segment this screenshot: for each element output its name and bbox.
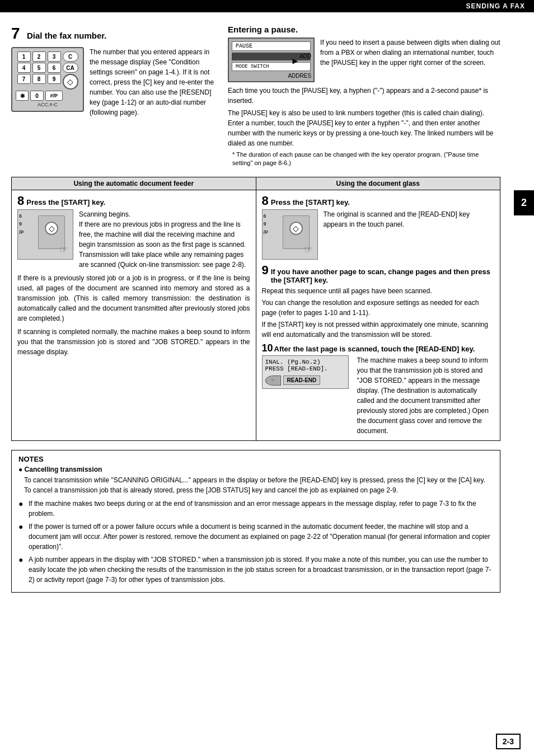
entering-pause-footnote: * The duration of each pause can be chan… <box>228 151 500 168</box>
step9-text1: Repeat this sequence until all pages hav… <box>262 286 495 296</box>
step7-text: The number that you entered appears in t… <box>90 47 217 118</box>
step10-number: 10 <box>262 343 273 353</box>
notes-cancelling-text: To cancel transmission while "SCANNING O… <box>18 475 493 495</box>
step9-text3: If the [START] key is not pressed within… <box>262 320 495 340</box>
mode-switch-label: MODE SWITCH <box>232 62 311 71</box>
notes-section: NOTES ● Cancelling transmission To cance… <box>11 450 500 593</box>
keypad-label: ACC.#-C <box>16 102 79 107</box>
side-tab-number: 2 <box>514 190 534 215</box>
address-label: ADDRES <box>288 73 311 79</box>
step8-left-title: Press the [START] key. <box>26 198 105 206</box>
key-7: 7 <box>17 74 31 84</box>
key-3: 3 <box>48 51 61 62</box>
notes-note3: If the power is turned off or a power fa… <box>29 522 493 552</box>
step8-left-number: 8 <box>17 195 24 207</box>
key-5: 5 <box>32 63 46 73</box>
key-6: 6 <box>48 63 61 73</box>
entering-pause-title: Entering a pause. <box>228 25 500 34</box>
readend-button: READ-END <box>283 375 321 385</box>
key-0: 0 <box>30 91 43 101</box>
pause-display-label: PAUSE <box>232 41 311 51</box>
step8-left-text3: If scanning is completed normally, the m… <box>17 327 250 357</box>
notes-cancelling-title: ● Cancelling transmission <box>18 466 493 473</box>
key-8: 8 <box>32 74 46 84</box>
step9-number: 9 <box>262 264 269 276</box>
page-header: SENDING A FAX <box>0 0 534 12</box>
step8-right-number: 8 <box>262 195 269 207</box>
header-title: SENDING A FAX <box>466 2 525 10</box>
notes-note4: A job number appears in the display with… <box>29 555 493 585</box>
step8-left-scanning: Scanning begins. <box>79 210 130 218</box>
key-2: 2 <box>32 51 46 62</box>
step9-text2: You can change the resolution and exposu… <box>262 298 495 318</box>
entering-pause-para2: The [PAUSE] key is also be used to link … <box>228 108 500 148</box>
pause-dark-bar <box>232 53 311 60</box>
key-4: 4 <box>17 63 31 73</box>
key-diamond: ◇ <box>63 74 78 90</box>
section-right-header: Using the document glass <box>256 177 500 190</box>
key-1: 1 <box>17 51 31 62</box>
step8-right-text: The original is scanned and the [READ-EN… <box>324 209 495 229</box>
key-c: C <box>63 51 78 62</box>
bullet-icon-1: ● <box>18 499 25 519</box>
step8-left-text: If there are no previous jobs in progres… <box>79 220 246 269</box>
add-label: ADD <box>299 53 311 59</box>
step7-title: Dial the fax number. <box>27 31 107 40</box>
bullet-icon-2: ● <box>18 522 25 552</box>
readend-line2: PRESS [READ-END]. <box>265 365 345 372</box>
step8-right-title: Press the [START] key. <box>271 198 350 206</box>
step10-title: After the last page is scanned, touch th… <box>274 345 475 353</box>
notes-note2: If the machine makes two beeps during or… <box>29 499 493 519</box>
step10-text: The machine makes a beep sound to inform… <box>357 355 495 436</box>
finger-icon: ☞ <box>265 375 281 386</box>
readend-line1: INAL. (Pg.No.2) <box>265 359 345 365</box>
key-star: ✱ <box>16 91 29 101</box>
entering-pause-para1: Each time you touch the [PAUSE] key, a h… <box>228 86 500 106</box>
bullet-icon-3: ● <box>18 555 25 585</box>
section-left-header: Using the automatic document feeder <box>12 177 256 190</box>
entering-pause-right-text: If you need to insert a pause between di… <box>320 37 500 82</box>
step9-title: If you have another page to scan, change… <box>271 267 494 284</box>
page-number: 2-3 <box>496 734 521 749</box>
pause-arrow-icon: ▶ <box>292 55 298 67</box>
key-9: 9 <box>48 74 61 84</box>
step7-number: 7 <box>11 25 25 43</box>
notes-title: NOTES <box>18 455 493 463</box>
key-hashp: #/P <box>45 91 63 101</box>
key-empty <box>64 91 79 101</box>
key-ca: CA <box>63 63 78 73</box>
step8-left-text2: If there is a previously stored job or a… <box>17 273 250 323</box>
